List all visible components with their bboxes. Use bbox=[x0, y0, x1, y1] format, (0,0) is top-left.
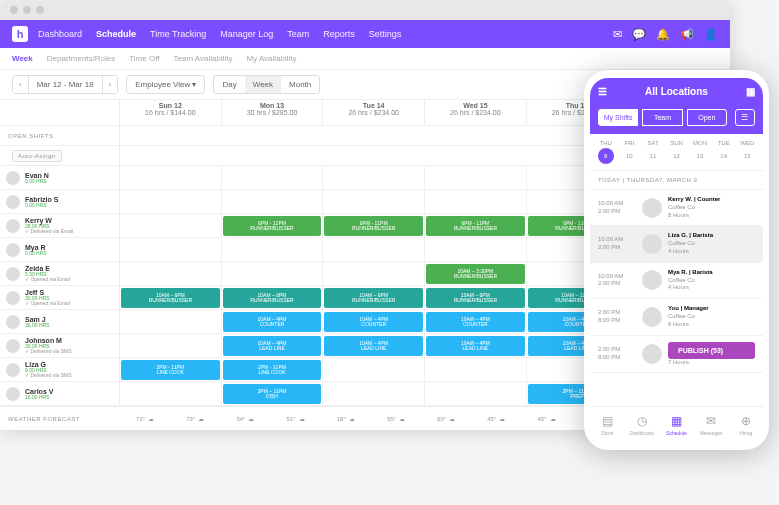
nav-reports[interactable]: Reports bbox=[323, 29, 355, 39]
employee-row[interactable]: Zelda E5.50 HRS✓ Opened via Email bbox=[0, 262, 119, 286]
period-month[interactable]: Month bbox=[281, 76, 319, 93]
menu-icon[interactable]: ☰ bbox=[598, 86, 607, 97]
employee-row[interactable]: Carlos V16.00 HRS bbox=[0, 382, 119, 406]
nav-dashboard[interactable]: Dashboard bbox=[38, 29, 82, 39]
shift-cell[interactable] bbox=[425, 382, 527, 405]
phone-shift-row[interactable]: 10:00 AM2:00 PMLiza G. | BaristaCoffee C… bbox=[590, 226, 763, 262]
filter-icon[interactable]: ☰ bbox=[735, 109, 755, 126]
publish-button[interactable]: PUBLISH (53) bbox=[668, 342, 755, 359]
shift-block[interactable]: 10AM – 4PMCOUNTER bbox=[324, 312, 423, 332]
shift-cell[interactable] bbox=[222, 166, 324, 189]
employee-row[interactable]: Liza G9.00 HRS✓ Delivered via SMS bbox=[0, 358, 119, 382]
shift-cell[interactable] bbox=[120, 334, 222, 357]
shift-block[interactable]: 10AM – 4PMLEAD LINE bbox=[426, 336, 525, 356]
shift-block[interactable]: 10AM – 4PMCOUNTER bbox=[223, 312, 322, 332]
shift-cell[interactable] bbox=[222, 190, 324, 213]
shift-block[interactable]: 6PM - 11PMRUNNER/BUSSER bbox=[324, 216, 423, 236]
shift-cell[interactable]: 10AM – 4PMLEAD LINE bbox=[425, 334, 527, 357]
employee-row[interactable]: Johnson M30.00 HRS✓ Delivered via SMS bbox=[0, 334, 119, 358]
shift-cell[interactable] bbox=[425, 166, 527, 189]
phone-shift-row[interactable]: 10:00 AM2:00 PMKerry W. | CounterCoffee … bbox=[590, 190, 763, 226]
prev-button[interactable]: ‹ bbox=[13, 76, 28, 93]
auto-assign-button[interactable]: Auto-Assign bbox=[12, 150, 62, 162]
shift-cell[interactable] bbox=[120, 214, 222, 237]
shift-cell[interactable]: 10AM – 6PMRUNNER/BUSSER bbox=[120, 286, 222, 309]
shift-cell[interactable]: 6PM - 11PMRUNNER/BUSSER bbox=[222, 214, 324, 237]
phone-nav-store[interactable]: ▤Store bbox=[590, 407, 625, 442]
bell-icon[interactable]: 🔔 bbox=[656, 28, 670, 41]
nav-schedule[interactable]: Schedule bbox=[96, 29, 136, 39]
shift-cell[interactable]: 6PM - 11PMRUNNER/BUSSER bbox=[323, 214, 425, 237]
shift-cell[interactable] bbox=[120, 310, 222, 333]
phone-shift-row[interactable]: 10:00 AM2:00 PMMya R. | BaristaCoffee Co… bbox=[590, 263, 763, 299]
phone-day[interactable]: TUE14 bbox=[712, 140, 736, 164]
employee-row[interactable]: Jeff S30.00 HRS✓ Opened via Email bbox=[0, 286, 119, 310]
date-range[interactable]: Mar 12 - Mar 18 bbox=[28, 76, 103, 93]
shift-cell[interactable] bbox=[120, 382, 222, 405]
shift-cell[interactable]: 10AM – 4PMCOUNTER bbox=[222, 310, 324, 333]
mail-icon[interactable]: ✉ bbox=[613, 28, 622, 41]
view-select[interactable]: Employee View ▾ bbox=[126, 75, 205, 94]
phone-nav-schedule[interactable]: ▦Schedule bbox=[659, 407, 694, 442]
shift-block[interactable]: 6PM - 11PMRUNNER/BUSSER bbox=[223, 216, 322, 236]
period-week[interactable]: Week bbox=[245, 76, 281, 93]
subnav-item[interactable]: Week bbox=[12, 54, 33, 63]
close-dot[interactable] bbox=[10, 6, 18, 14]
shift-cell[interactable] bbox=[120, 190, 222, 213]
shift-cell[interactable]: 10AM – 4PMLEAD LINE bbox=[222, 334, 324, 357]
shift-cell[interactable]: 10AM – 4PMLEAD LINE bbox=[323, 334, 425, 357]
phone-day[interactable]: FRI10 bbox=[618, 140, 642, 164]
phone-day[interactable]: THU9 bbox=[594, 140, 618, 164]
phone-day[interactable]: WED15 bbox=[735, 140, 759, 164]
shift-block[interactable]: 3PM – 11PMDISH bbox=[223, 384, 322, 404]
phone-day[interactable]: SUN12 bbox=[665, 140, 689, 164]
shift-cell[interactable] bbox=[120, 262, 222, 285]
next-button[interactable]: › bbox=[103, 76, 118, 93]
phone-nav-hiring[interactable]: ⊕Hiring bbox=[728, 407, 763, 442]
subnav-item[interactable]: Departments/Roles bbox=[47, 54, 115, 63]
shift-cell[interactable] bbox=[222, 238, 324, 261]
shift-cell[interactable] bbox=[323, 262, 425, 285]
nav-manager-log[interactable]: Manager Log bbox=[220, 29, 273, 39]
shift-block[interactable]: 10AM – 6PMRUNNER/BUSSER bbox=[121, 288, 220, 308]
nav-settings[interactable]: Settings bbox=[369, 29, 402, 39]
shift-cell[interactable]: 2PM - 11PMLINE COOK bbox=[222, 358, 324, 381]
shift-block[interactable]: 10AM – 4PMLEAD LINE bbox=[324, 336, 423, 356]
shift-cell[interactable]: 10AM – 6PMRUNNER/BUSSER bbox=[222, 286, 324, 309]
shift-block[interactable]: 2PM - 11PMLINE COOK bbox=[223, 360, 322, 380]
period-day[interactable]: Day bbox=[214, 76, 244, 93]
shift-block[interactable]: 10AM – 6PMRUNNER/BUSSER bbox=[324, 288, 423, 308]
shift-cell[interactable] bbox=[120, 166, 222, 189]
employee-row[interactable]: Sam J36.00 HRS bbox=[0, 310, 119, 334]
shift-block[interactable]: 10AM – 4PMLEAD LINE bbox=[223, 336, 322, 356]
phone-nav-messages[interactable]: ✉Messages bbox=[694, 407, 729, 442]
employee-row[interactable]: Mya R0.00 HRS bbox=[0, 238, 119, 262]
shift-block[interactable]: 2PM - 11PMLINE COOK bbox=[121, 360, 220, 380]
shift-cell[interactable] bbox=[120, 238, 222, 261]
shift-cell[interactable]: 6PM - 11PMRUNNER/BUSSER bbox=[425, 214, 527, 237]
employee-row[interactable]: Evan N0.00 HRS bbox=[0, 166, 119, 190]
shift-cell[interactable]: 10AM – 4PMCOUNTER bbox=[425, 310, 527, 333]
phone-tab[interactable]: Open bbox=[687, 109, 727, 126]
phone-day[interactable]: SAT11 bbox=[641, 140, 665, 164]
shift-block[interactable]: 10AM – 4PMCOUNTER bbox=[426, 312, 525, 332]
phone-shift-row[interactable]: 2:00 PM8:00 PMPUBLISH (53)7 Hours bbox=[590, 336, 763, 374]
shift-cell[interactable] bbox=[425, 238, 527, 261]
phone-shift-row[interactable]: 2:00 PM8:00 PMYou | ManagerCoffee Co6 Ho… bbox=[590, 299, 763, 335]
phone-nav-dashboard[interactable]: ◷Dashboard bbox=[625, 407, 660, 442]
nav-time-tracking[interactable]: Time Tracking bbox=[150, 29, 206, 39]
employee-row[interactable]: Kerry W28.00 HRS✓ Delivered via Email bbox=[0, 214, 119, 238]
shift-cell[interactable] bbox=[323, 382, 425, 405]
nav-team[interactable]: Team bbox=[287, 29, 309, 39]
phone-tab[interactable]: My Shifts bbox=[598, 109, 638, 126]
shift-block[interactable]: 10AM – 6PMRUNNER/BUSSER bbox=[426, 288, 525, 308]
shift-block[interactable]: 10AM – 3:30PMRUNNER/BUSSER bbox=[426, 264, 525, 284]
shift-cell[interactable]: 10AM – 4PMCOUNTER bbox=[323, 310, 425, 333]
subnav-item[interactable]: Time Off bbox=[129, 54, 159, 63]
shift-cell[interactable] bbox=[323, 358, 425, 381]
megaphone-icon[interactable]: 📢 bbox=[680, 28, 694, 41]
shift-cell[interactable] bbox=[222, 262, 324, 285]
shift-cell[interactable] bbox=[323, 190, 425, 213]
shift-cell[interactable]: 2PM - 11PMLINE COOK bbox=[120, 358, 222, 381]
max-dot[interactable] bbox=[36, 6, 44, 14]
